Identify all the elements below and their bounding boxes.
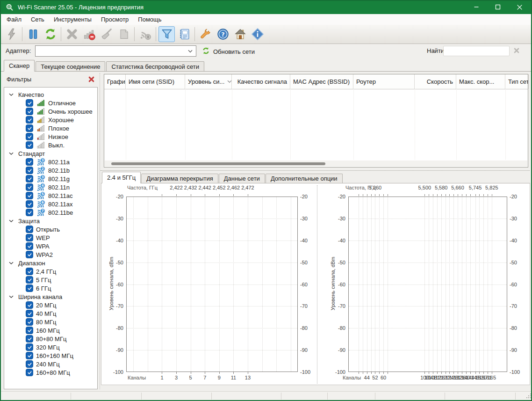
chart-tab-2[interactable]: Данные сети [219, 174, 265, 183]
checkbox-checked[interactable] [26, 268, 33, 275]
adapter-select[interactable] [35, 45, 196, 57]
filter-security-3[interactable]: WPA2 [4, 250, 98, 259]
checkbox-checked[interactable] [26, 175, 33, 182]
tab-current-connection[interactable]: Текущее соединение [36, 61, 105, 71]
filter-group-security[interactable]: Защита [4, 217, 98, 225]
checkbox-checked[interactable] [26, 352, 33, 359]
menu-item-1[interactable]: Сеть [26, 14, 49, 25]
column-header-5[interactable]: Роутер [353, 74, 415, 89]
stop-button[interactable] [64, 26, 80, 42]
chart-tab-0[interactable]: 2.4 и 5ГГц [102, 172, 141, 183]
chevron-down-icon[interactable] [9, 262, 14, 265]
filter-standard-3[interactable]: 4802.11n [4, 183, 98, 191]
checkbox-checked[interactable] [26, 192, 33, 199]
column-header-7[interactable]: Макс. скор... [456, 74, 505, 89]
filter-standard-6[interactable]: 7802.11be [4, 208, 98, 217]
chevron-down-icon[interactable] [9, 219, 14, 223]
checkbox-checked[interactable] [26, 360, 33, 368]
column-header-8[interactable]: Тип сети [505, 74, 529, 89]
horizontal-splitter[interactable] [101, 170, 530, 171]
about-button[interactable] [249, 26, 266, 42]
checkbox-checked[interactable] [26, 327, 33, 334]
filter-button[interactable] [158, 26, 175, 42]
column-header-2[interactable]: Уровень си... [185, 74, 232, 89]
checkbox-checked[interactable] [26, 310, 33, 317]
checkbox-checked[interactable] [26, 226, 33, 233]
export-button[interactable] [115, 26, 132, 42]
checkbox-checked[interactable] [26, 141, 33, 149]
checkbox-checked[interactable] [26, 200, 33, 208]
chevron-down-icon[interactable] [9, 93, 14, 96]
tab-scanner[interactable]: Сканер [4, 60, 35, 72]
settings-button[interactable] [197, 26, 214, 42]
filter-channel-width-8[interactable]: 160+80 МГц [4, 368, 98, 377]
filter-channel-width-5[interactable]: 320 МГц [4, 343, 98, 351]
checkbox-checked[interactable] [26, 276, 33, 284]
filter-security-0[interactable]: Открыть [4, 225, 98, 233]
minimize-button[interactable] [466, 0, 487, 14]
checkbox-checked[interactable] [26, 234, 33, 241]
close-button[interactable] [509, 0, 530, 14]
wifi-details-button[interactable] [137, 26, 153, 42]
menu-item-2[interactable]: Инструменты [49, 14, 96, 25]
filter-quality-2[interactable]: Хорошее [4, 116, 98, 124]
filter-band-1[interactable]: 5 ГГц [4, 276, 98, 284]
filter-standard-2[interactable]: 3802.11g [4, 175, 98, 183]
chevron-down-icon[interactable] [9, 152, 14, 155]
filter-channel-width-0[interactable]: 20 МГц [4, 301, 98, 309]
tab-wireless-stats[interactable]: Статистика беспроводной сети [106, 61, 204, 71]
filters-splitter[interactable] [100, 73, 100, 389]
filter-quality-4[interactable]: Низкое [4, 132, 98, 141]
refresh-networks-button[interactable]: Обновить сети [202, 47, 255, 56]
filter-security-2[interactable]: WPA [4, 242, 98, 250]
search-input[interactable] [443, 46, 510, 56]
filter-band-2[interactable]: 6 ГГц [4, 284, 98, 292]
help-button[interactable]: ? [215, 26, 231, 42]
filter-group-standard[interactable]: Стандарт [4, 149, 98, 158]
filter-channel-width-6[interactable]: 160+160 МГц [4, 351, 98, 360]
checkbox-checked[interactable] [26, 242, 33, 250]
checkbox-checked[interactable] [26, 301, 33, 309]
checkbox-checked[interactable] [26, 99, 33, 107]
filter-quality-0[interactable]: Отличное [4, 99, 98, 107]
column-header-1[interactable]: Имя сети (SSID) [126, 74, 185, 89]
filter-group-band[interactable]: Диапазон [4, 259, 98, 267]
filter-standard-0[interactable]: 3802.11a [4, 158, 98, 166]
filter-standard-5[interactable]: 6802.11ax [4, 200, 98, 208]
horizontal-scrollbar[interactable] [105, 160, 527, 167]
maximize-button[interactable] [487, 0, 509, 14]
checkbox-checked[interactable] [26, 209, 33, 216]
filter-security-1[interactable]: WEP [4, 233, 98, 242]
filter-channel-width-4[interactable]: 80+80 МГц [4, 335, 98, 343]
checkbox-checked[interactable] [26, 343, 33, 351]
filter-channel-width-7[interactable]: 240 МГц [4, 360, 98, 368]
column-header-6[interactable]: Скорость [415, 74, 456, 89]
filter-channel-width-3[interactable]: 160 МГц [4, 326, 98, 335]
chart-tab-3[interactable]: Дополнительные опции [266, 174, 343, 183]
filter-band-0[interactable]: 2,4 ГГц [4, 267, 98, 276]
charts-splitter[interactable] [317, 185, 317, 384]
rescan-button[interactable] [42, 26, 58, 42]
column-header-4[interactable]: MAC Адрес (BSSID) [290, 74, 353, 89]
checkbox-checked[interactable] [26, 183, 33, 191]
homepage-button[interactable] [232, 26, 248, 42]
checkbox-checked[interactable] [26, 318, 33, 326]
filter-channel-width-1[interactable]: 40 МГц [4, 309, 98, 318]
checkbox-checked[interactable] [26, 133, 33, 140]
checkbox-checked[interactable] [26, 108, 33, 115]
filter-quality-1[interactable]: Очень хорошее [4, 107, 98, 116]
clear-search-button[interactable] [513, 47, 520, 54]
checkbox-checked[interactable] [26, 369, 33, 376]
start-scan-button[interactable] [3, 26, 20, 42]
checkbox-checked[interactable] [26, 116, 33, 124]
remove-network-button[interactable] [81, 26, 97, 42]
filter-quality-5[interactable]: Выкл. [4, 141, 98, 149]
filter-standard-1[interactable]: 2802.11b [4, 166, 98, 175]
filter-quality-3[interactable]: Плохое [4, 124, 98, 132]
checkbox-checked[interactable] [26, 251, 33, 258]
filter-group-quality[interactable]: Качество [4, 90, 98, 99]
chart-tab-1[interactable]: Диаграмма перекрытия [141, 174, 218, 183]
scrollbar-thumb[interactable] [111, 162, 325, 165]
chevron-down-icon[interactable] [9, 295, 14, 299]
column-header-0[interactable]: График [104, 74, 126, 89]
